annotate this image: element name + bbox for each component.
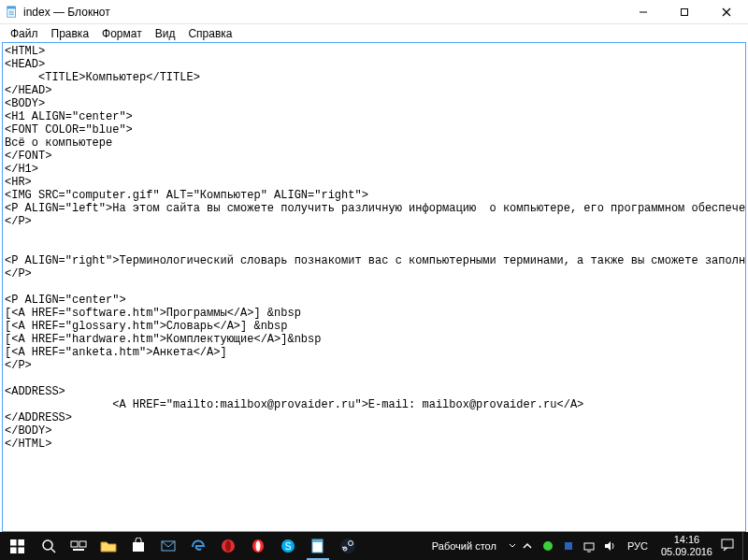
- taskbar-clock[interactable]: 14:16 05.09.2016: [654, 532, 720, 560]
- opera-red-icon[interactable]: [243, 532, 273, 560]
- svg-rect-16: [79, 541, 86, 547]
- steam-icon[interactable]: [333, 532, 363, 560]
- start-button[interactable]: [0, 532, 34, 560]
- system-tray: [519, 532, 622, 560]
- desktop-toolbar[interactable]: Рабочий стол: [423, 532, 506, 560]
- text-editor[interactable]: [3, 43, 745, 531]
- svg-rect-1: [7, 6, 16, 8]
- svg-point-23: [256, 541, 261, 552]
- svg-line-14: [51, 549, 55, 553]
- minimize-button[interactable]: [623, 0, 664, 23]
- show-desktop-button[interactable]: [742, 532, 748, 560]
- desktop-toolbar-chevron-icon[interactable]: [506, 541, 519, 551]
- svg-rect-11: [10, 547, 17, 553]
- menu-help[interactable]: Справка: [181, 26, 238, 41]
- svg-rect-15: [71, 541, 78, 547]
- mail-icon[interactable]: [153, 532, 183, 560]
- window-titlebar: index — Блокнот: [0, 0, 748, 24]
- clock-time: 14:16: [661, 534, 712, 546]
- svg-point-28: [340, 538, 355, 553]
- language-indicator[interactable]: РУС: [622, 532, 654, 560]
- svg-rect-33: [565, 542, 572, 550]
- svg-rect-17: [73, 549, 84, 551]
- tray-security-icon[interactable]: [560, 532, 577, 560]
- tray-network-icon[interactable]: [581, 532, 597, 560]
- svg-rect-9: [10, 539, 17, 546]
- menu-view[interactable]: Вид: [149, 26, 182, 41]
- language-label: РУС: [627, 540, 648, 552]
- edge-icon[interactable]: [183, 532, 213, 560]
- editor-area: [2, 42, 746, 532]
- taskbar: S Рабочий стол РУС 14:16 05.09.2016: [0, 532, 748, 560]
- opera-icon[interactable]: [213, 532, 243, 560]
- svg-point-32: [543, 541, 553, 551]
- svg-point-21: [225, 540, 231, 552]
- svg-rect-27: [312, 539, 323, 542]
- menu-file[interactable]: Файл: [4, 26, 45, 41]
- file-explorer-icon[interactable]: [94, 532, 123, 560]
- task-view-icon[interactable]: [64, 532, 94, 560]
- svg-rect-10: [18, 539, 24, 546]
- tray-app-icon[interactable]: [539, 532, 556, 560]
- menu-edit[interactable]: Правка: [45, 26, 96, 41]
- svg-point-13: [43, 540, 52, 550]
- desktop-toolbar-label: Рабочий стол: [432, 540, 496, 552]
- search-icon[interactable]: [34, 532, 64, 560]
- svg-rect-34: [584, 543, 594, 550]
- menubar: Файл Правка Формат Вид Справка: [0, 24, 748, 42]
- notepad-taskbar-icon[interactable]: [303, 532, 333, 560]
- svg-rect-12: [18, 547, 24, 553]
- menu-format[interactable]: Формат: [95, 26, 149, 41]
- maximize-button[interactable]: [664, 0, 705, 23]
- store-icon[interactable]: [123, 532, 153, 560]
- svg-rect-36: [722, 539, 733, 548]
- svg-rect-6: [682, 8, 688, 15]
- tray-volume-icon[interactable]: [601, 532, 618, 560]
- skype-icon[interactable]: S: [273, 532, 303, 560]
- svg-text:S: S: [285, 541, 292, 552]
- close-button[interactable]: [705, 0, 748, 23]
- window-title: index — Блокнот: [23, 6, 623, 19]
- clock-date: 05.09.2016: [661, 546, 712, 558]
- svg-rect-18: [133, 542, 144, 552]
- notepad-icon: [6, 6, 19, 19]
- tray-overflow-icon[interactable]: [519, 532, 536, 560]
- action-center-icon[interactable]: [720, 538, 742, 554]
- window-controls: [623, 0, 748, 23]
